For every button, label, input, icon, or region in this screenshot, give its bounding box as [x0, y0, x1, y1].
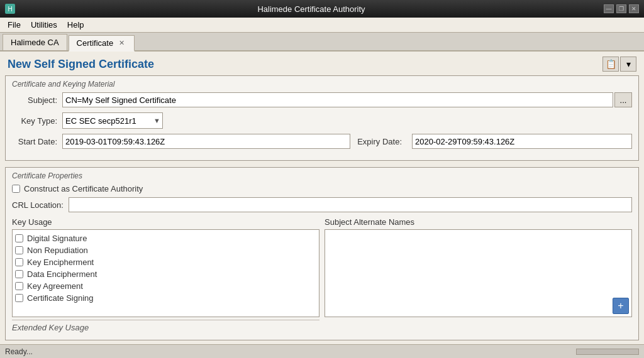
key-type-row: Key Type: EC SEC secp521r1 RSA 2048 RSA …: [12, 112, 632, 129]
menu-file[interactable]: File: [3, 19, 26, 31]
dropdown-arrow-btn[interactable]: ▾: [620, 57, 636, 72]
non-repudiation-label: Non Repudiation: [27, 246, 88, 255]
add-alt-name-btn[interactable]: +: [613, 298, 629, 314]
tab-certificate-close[interactable]: ✕: [117, 38, 126, 48]
certificate-signing-label: Certificate Signing: [27, 293, 94, 303]
tab-halimede-ca-label: Halimede CA: [11, 38, 59, 47]
form-area: Certificate and Keying Material Subject:…: [0, 75, 644, 344]
list-item: Non Repudiation: [15, 244, 316, 256]
list-item: Key Encipherment: [15, 256, 316, 268]
expiry-date-input[interactable]: [412, 134, 632, 149]
key-usage-label: Key Usage: [12, 217, 319, 227]
page-title: New Self Signed Certificate: [8, 58, 154, 71]
main-content: New Self Signed Certificate 📋 ▾ Certific…: [0, 52, 644, 344]
key-usage-list: Digital Signature Non Repudiation Key En…: [12, 229, 319, 317]
minimize-btn[interactable]: —: [604, 4, 614, 13]
header-actions: 📋 ▾: [602, 57, 636, 72]
extended-key-usage-label: Extended Key Usage: [12, 320, 319, 334]
page-header: New Self Signed Certificate 📋 ▾: [0, 52, 644, 75]
certificate-signing-checkbox[interactable]: [15, 294, 23, 302]
menu-bar: File Utilities Help: [0, 18, 644, 33]
subject-row: Subject: ...: [12, 92, 632, 107]
cert-properties-section: Certificate Properties Construct as Cert…: [5, 167, 639, 340]
list-item: Certificate Signing: [15, 292, 316, 304]
key-agreement-checkbox[interactable]: [15, 282, 23, 290]
alt-names-box: +: [325, 229, 632, 317]
expiry-row: Expiry Date:: [350, 134, 632, 149]
dates-row: Start Date: Expiry Date:: [12, 134, 632, 149]
data-encipherment-checkbox[interactable]: [15, 270, 23, 278]
alt-names-section-label: Subject Alternate Names: [325, 217, 632, 227]
status-bar: Ready...: [0, 344, 644, 358]
tab-certificate-label: Certificate: [77, 38, 114, 48]
maximize-btn[interactable]: ❐: [616, 4, 626, 13]
tab-certificate[interactable]: Certificate ✕: [69, 35, 135, 52]
key-type-label: Key Type:: [12, 116, 62, 126]
non-repudiation-checkbox[interactable]: [15, 246, 23, 254]
crl-location-label: CRL Location:: [12, 200, 69, 210]
subject-label: Subject:: [12, 95, 62, 105]
app-icon: H: [5, 4, 15, 14]
scrollbar[interactable]: [576, 349, 639, 355]
digital-signature-checkbox[interactable]: [15, 234, 23, 242]
crl-row: CRL Location:: [12, 197, 632, 212]
list-item: Data Encipherment: [15, 268, 316, 280]
menu-help[interactable]: Help: [62, 19, 89, 31]
window-controls: — ❐ ✕: [604, 4, 639, 13]
two-col-section: Key Usage Digital Signature Non Repudiat…: [12, 217, 632, 334]
construct-ca-row: Construct as Certificate Authority: [12, 184, 632, 193]
start-date-label: Start Date:: [12, 137, 62, 146]
tab-bar: Halimede CA Certificate ✕: [0, 33, 644, 52]
list-item: Key Agreement: [15, 280, 316, 292]
cert-properties-legend: Certificate Properties: [12, 171, 632, 180]
construct-ca-label: Construct as Certificate Authority: [24, 184, 143, 193]
title-bar: H Halimede Certificate Authority — ❐ ✕: [0, 0, 644, 18]
construct-ca-checkbox[interactable]: [12, 185, 20, 193]
list-item: Digital Signature: [15, 232, 316, 244]
subject-browse-btn[interactable]: ...: [614, 92, 632, 107]
tab-halimede-ca[interactable]: Halimede CA: [3, 34, 67, 50]
status-text: Ready...: [5, 347, 33, 356]
expiry-date-label: Expiry Date:: [350, 137, 407, 146]
app-title: Halimede Certificate Authority: [19, 4, 604, 14]
digital-signature-label: Digital Signature: [27, 234, 87, 243]
keying-material-section: Certificate and Keying Material Subject:…: [5, 75, 639, 161]
close-btn[interactable]: ✕: [629, 4, 639, 13]
menu-utilities[interactable]: Utilities: [26, 19, 62, 31]
template-icon-btn[interactable]: 📋: [602, 57, 619, 72]
key-encipherment-label: Key Encipherment: [27, 258, 94, 267]
crl-location-input[interactable]: [69, 197, 632, 212]
key-type-select[interactable]: EC SEC secp521r1 RSA 2048 RSA 4096 EC SE…: [62, 112, 163, 129]
key-usage-col: Key Usage Digital Signature Non Repudiat…: [12, 217, 319, 334]
data-encipherment-label: Data Encipherment: [27, 269, 97, 279]
keying-material-legend: Certificate and Keying Material: [12, 80, 632, 89]
alt-names-col: Subject Alternate Names +: [325, 217, 632, 334]
subject-input[interactable]: [62, 92, 613, 107]
key-agreement-label: Key Agreement: [27, 281, 83, 291]
start-date-input[interactable]: [62, 134, 350, 149]
key-encipherment-checkbox[interactable]: [15, 258, 23, 266]
key-type-select-wrapper: EC SEC secp521r1 RSA 2048 RSA 4096 EC SE…: [62, 112, 163, 129]
